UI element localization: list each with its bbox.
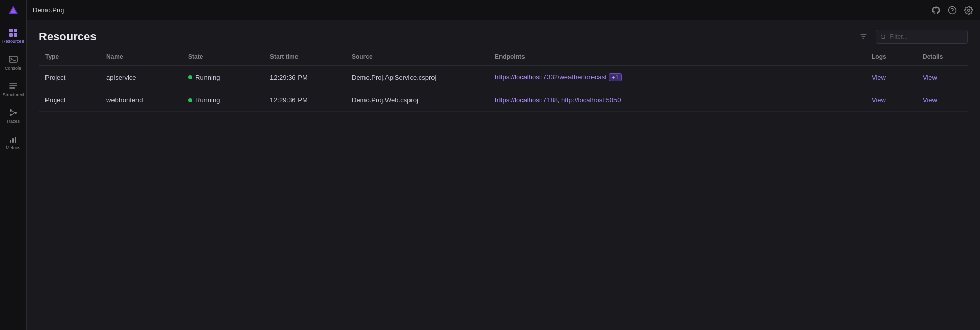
status-dot [188, 98, 192, 102]
svg-rect-17 [12, 138, 14, 143]
page-header: Resources [27, 20, 980, 48]
endpoint-link-1[interactable]: https://localhost:7188 [495, 96, 558, 104]
resources-table-container: Type Name State Start time Source Endpoi… [27, 48, 980, 112]
search-input[interactable] [890, 33, 963, 40]
col-header-endpoints: Endpoints [489, 48, 865, 66]
svg-line-26 [884, 38, 885, 39]
col-header-name: Name [100, 48, 182, 66]
metrics-icon [8, 134, 18, 144]
col-header-type: Type [39, 48, 100, 66]
status-label: Running [195, 74, 220, 81]
details-view-link[interactable]: View [923, 96, 937, 104]
svg-rect-16 [10, 140, 11, 143]
row-logs: View [865, 66, 917, 89]
svg-point-12 [10, 114, 12, 116]
svg-rect-6 [9, 56, 17, 62]
search-box[interactable] [876, 30, 968, 44]
svg-point-13 [15, 112, 17, 114]
topbar-actions [931, 5, 974, 15]
status-label: Running [195, 96, 220, 104]
endpoint-badge[interactable]: +1 [609, 73, 622, 81]
svg-line-14 [12, 111, 15, 113]
svg-rect-2 [9, 29, 13, 32]
row-type: Project [39, 66, 100, 89]
col-header-details: Details [917, 48, 968, 66]
table-row: Project webfrontend Running 12:29:36 PM … [39, 89, 968, 112]
help-icon[interactable] [947, 5, 958, 15]
col-header-source: Source [346, 48, 489, 66]
resources-table: Type Name State Start time Source Endpoi… [39, 48, 968, 112]
row-state: Running [182, 89, 264, 112]
status-dot [188, 75, 192, 79]
sidebar-item-metrics[interactable]: Metrics [0, 129, 27, 156]
sidebar-item-traces-label: Traces [6, 119, 20, 124]
sidebar-item-console-label: Console [5, 66, 21, 71]
traces-icon [8, 107, 18, 118]
header-actions [856, 30, 968, 44]
sidebar-item-resources-label: Resources [2, 39, 24, 44]
sidebar-item-resources[interactable]: Resources [0, 23, 27, 49]
row-starttime: 12:29:36 PM [264, 66, 346, 89]
status-running: Running [188, 74, 258, 81]
table-row: Project apiservice Running 12:29:36 PM D… [39, 66, 968, 89]
filter-button[interactable] [856, 30, 871, 44]
logs-view-link[interactable]: View [872, 96, 886, 104]
main-area: Demo.Proj [27, 0, 980, 330]
col-header-logs: Logs [865, 48, 917, 66]
row-source: Demo.Proj.ApiService.csproj [346, 66, 489, 89]
sidebar-item-metrics-label: Metrics [6, 146, 20, 150]
sidebar: Resources Console Structured [0, 0, 27, 330]
row-details: View [917, 66, 968, 89]
row-state: Running [182, 66, 264, 89]
endpoint-link-2[interactable]: http://localhost:5050 [561, 96, 621, 104]
col-header-starttime: Start time [264, 48, 346, 66]
svg-rect-3 [14, 29, 17, 32]
app-logo [0, 0, 27, 20]
details-view-link[interactable]: View [923, 74, 937, 81]
svg-rect-18 [15, 137, 16, 143]
svg-line-15 [12, 113, 15, 115]
table-header-row: Type Name State Start time Source Endpoi… [39, 48, 968, 66]
row-source: Demo.Proj.Web.csproj [346, 89, 489, 112]
sidebar-item-traces[interactable]: Traces [0, 102, 27, 129]
svg-rect-4 [9, 33, 13, 37]
row-name: apiservice [100, 66, 182, 89]
endpoint-link-1[interactable]: https://localhost:7332/weatherforecast [495, 73, 607, 81]
col-header-state: State [182, 48, 264, 66]
settings-icon[interactable] [964, 5, 974, 15]
svg-point-21 [968, 9, 970, 11]
sidebar-item-structured-label: Structured [3, 93, 24, 97]
console-icon [8, 54, 18, 64]
row-details: View [917, 89, 968, 112]
row-endpoints: https://localhost:7332/weatherforecast+1 [489, 66, 865, 89]
svg-point-25 [881, 35, 885, 39]
topbar: Demo.Proj [27, 0, 980, 20]
row-name: webfrontend [100, 89, 182, 112]
sidebar-item-console[interactable]: Console [0, 49, 27, 76]
status-running: Running [188, 96, 258, 104]
search-icon [880, 34, 886, 40]
row-endpoints: https://localhost:7188, http://localhost… [489, 89, 865, 112]
row-logs: View [865, 89, 917, 112]
structured-icon [8, 81, 18, 91]
row-starttime: 12:29:36 PM [264, 89, 346, 112]
svg-rect-5 [14, 33, 17, 37]
github-icon[interactable] [931, 5, 941, 15]
resources-icon [8, 28, 18, 38]
logs-view-link[interactable]: View [872, 74, 886, 81]
app-title: Demo.Proj [33, 6, 64, 14]
svg-point-11 [10, 109, 12, 112]
sidebar-item-structured[interactable]: Structured [0, 76, 27, 102]
content-area: Resources [27, 20, 980, 330]
page-title: Resources [39, 30, 97, 43]
row-type: Project [39, 89, 100, 112]
